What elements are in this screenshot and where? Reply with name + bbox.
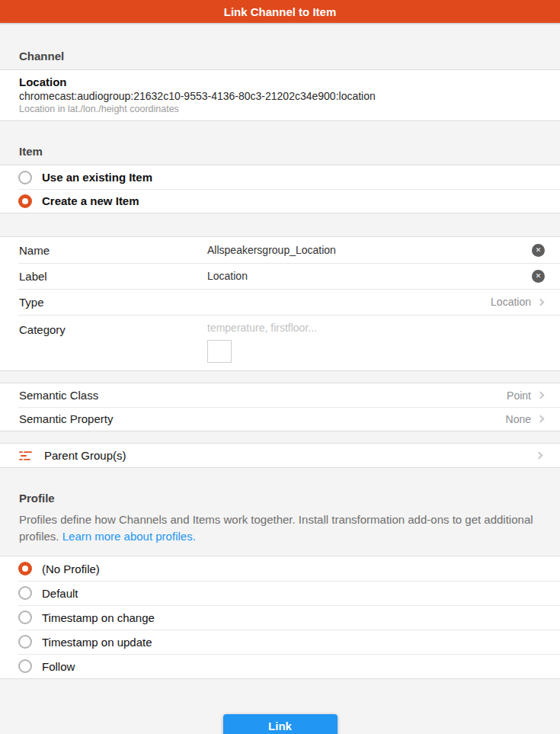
radio-icon[interactable] (18, 635, 32, 649)
radio-timestamp-on-change[interactable]: Timestamp on change (0, 605, 560, 630)
semantics-card: Semantic Class Point Semantic Property N… (0, 383, 560, 431)
clear-name-icon[interactable]: ✕ (532, 244, 545, 257)
radio-icon[interactable] (18, 611, 32, 624)
semantic-class-picker[interactable]: Point (507, 389, 545, 402)
radio-no-profile[interactable]: (No Profile) (0, 556, 560, 581)
clear-label-icon[interactable]: ✕ (532, 270, 545, 283)
channel-description: Location in lat./lon./height coordinates (19, 103, 541, 115)
item-section-title: Item (19, 144, 541, 159)
radio-icon[interactable] (18, 659, 32, 673)
dialog-title: Link Channel to Item (224, 5, 337, 18)
category-row: Category (0, 315, 560, 370)
radio-icon[interactable] (18, 171, 32, 184)
category-icon-preview (207, 340, 232, 363)
parent-groups-row[interactable]: Parent Group(s) (0, 444, 560, 467)
parent-groups-card: Parent Group(s) (0, 443, 560, 468)
semantic-property-row[interactable]: Semantic Property None (0, 407, 560, 431)
learn-more-link[interactable]: Learn more about profiles. (62, 530, 196, 543)
radio-label: Create a new Item (42, 194, 139, 207)
parent-groups-label: Parent Group(s) (44, 449, 126, 462)
radio-icon[interactable] (18, 586, 32, 600)
semantic-class-value: Point (507, 389, 531, 402)
type-value-picker[interactable]: Location (491, 296, 545, 308)
type-value: Location (491, 296, 531, 308)
channel-name: Location (19, 75, 541, 89)
name-label: Name (19, 244, 207, 257)
category-input[interactable] (207, 322, 345, 334)
channel-section-title: Channel (19, 49, 541, 64)
radio-label: Use an existing Item (42, 171, 152, 184)
radio-default-profile[interactable]: Default (0, 581, 560, 605)
profile-description: Profiles define how Channels and Items w… (19, 511, 541, 545)
label-label: Label (19, 270, 207, 283)
item-form-card: Name ✕ Label ✕ Type Location Category (0, 236, 560, 371)
profile-section-title: Profile (19, 491, 541, 506)
type-label: Type (19, 296, 207, 309)
semantic-class-row[interactable]: Semantic Class Point (0, 383, 560, 407)
radio-use-existing-item[interactable]: Use an existing Item (0, 165, 560, 189)
radio-label: Timestamp on update (42, 636, 152, 649)
semantic-property-label: Semantic Property (19, 412, 207, 425)
parent-groups-open[interactable] (530, 453, 543, 458)
link-button[interactable]: Link (223, 714, 338, 734)
name-row: Name ✕ (0, 237, 560, 263)
channel-uid: chromecast:audiogroup:21632c10-9553-4136… (19, 89, 541, 103)
radio-checked-icon[interactable] (18, 562, 32, 575)
item-choice-card: Use an existing Item Create a new Item (0, 165, 560, 213)
radio-follow[interactable]: Follow (0, 654, 560, 678)
chevron-right-icon (537, 415, 545, 423)
radio-create-new-item[interactable]: Create a new Item (0, 189, 560, 213)
label-input[interactable] (207, 270, 526, 282)
radio-timestamp-on-update[interactable]: Timestamp on update (0, 630, 560, 654)
dialog-titlebar: Link Channel to Item (0, 0, 560, 23)
semantic-class-label: Semantic Class (19, 389, 207, 402)
profile-list-card: (No Profile) Default Timestamp on change… (0, 556, 560, 679)
semantic-property-value: None (506, 413, 531, 425)
category-label: Category (19, 321, 207, 363)
chevron-right-icon (536, 452, 543, 460)
semantic-property-picker[interactable]: None (506, 413, 545, 425)
label-row: Label ✕ (0, 263, 560, 289)
type-row[interactable]: Type Location (0, 289, 560, 315)
radio-label: (No Profile) (42, 563, 100, 575)
radio-checked-icon[interactable] (18, 194, 32, 208)
radio-label: Follow (42, 660, 75, 673)
chevron-right-icon (537, 392, 545, 399)
name-input[interactable] (207, 244, 526, 256)
chevron-right-icon (537, 298, 545, 306)
radio-label: Timestamp on change (42, 611, 155, 624)
radio-label: Default (42, 587, 78, 600)
indented-list-icon (19, 450, 33, 461)
channel-card: Location chromecast:audiogroup:21632c10-… (0, 69, 560, 121)
